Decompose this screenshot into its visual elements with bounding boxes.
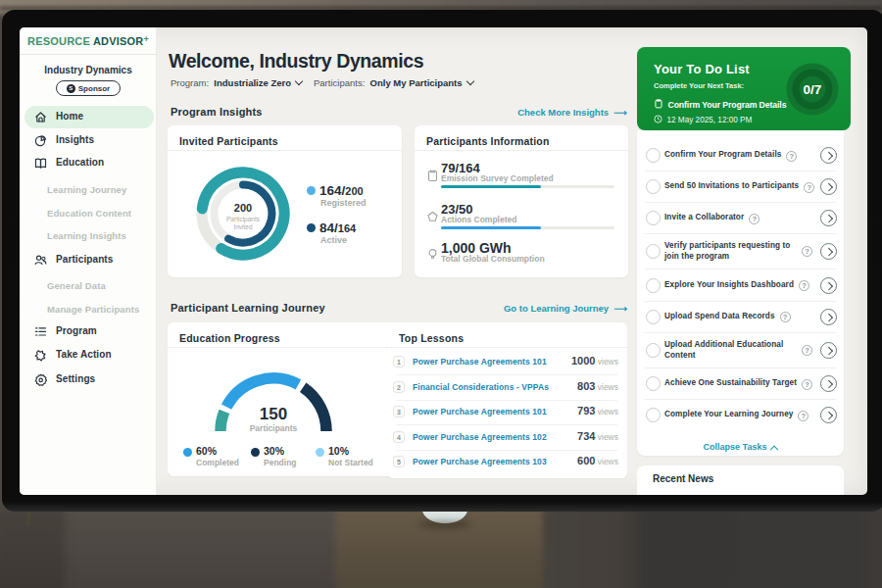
svg-text:Participants: Participants — [226, 216, 261, 223]
svg-text:Invited: Invited — [233, 223, 253, 230]
svg-text:0/7: 0/7 — [804, 82, 822, 97]
svg-text:200: 200 — [234, 202, 252, 214]
